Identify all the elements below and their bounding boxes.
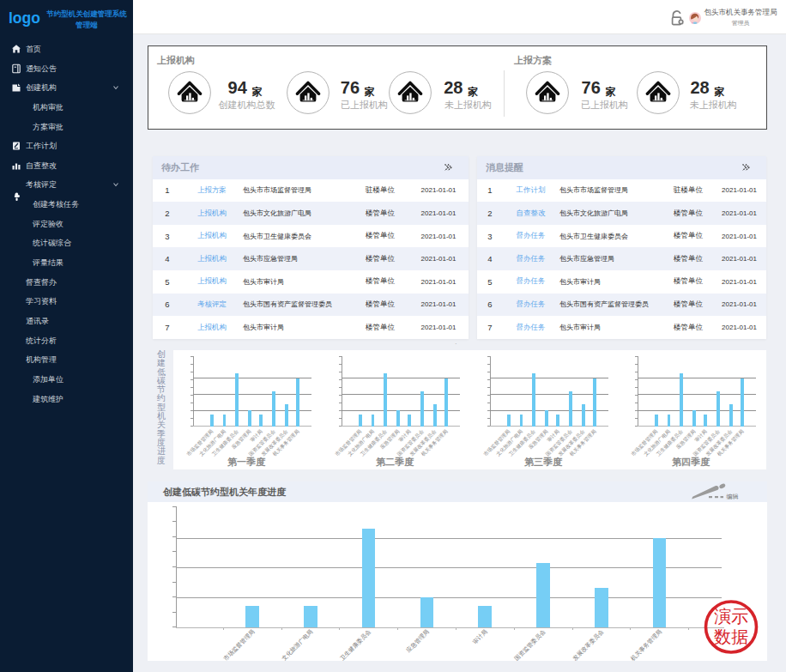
svg-text:审计局: 审计局 bbox=[472, 628, 489, 645]
svg-text:第一季度: 第一季度 bbox=[227, 457, 266, 467]
svg-text:文化旅游广电局: 文化旅游广电局 bbox=[281, 628, 314, 661]
svg-text:第四季度: 第四季度 bbox=[672, 457, 710, 467]
svg-text:国资监管委员会: 国资监管委员会 bbox=[513, 628, 547, 661]
svg-text:数据: 数据 bbox=[714, 627, 748, 646]
svg-text:市场监督管理局: 市场监督管理局 bbox=[222, 628, 256, 661]
svg-text:演示: 演示 bbox=[714, 607, 748, 626]
svg-text:编辑: 编辑 bbox=[727, 493, 739, 499]
svg-text:卫生健康委员会: 卫生健康委员会 bbox=[339, 628, 372, 661]
svg-text:发展改革委员会: 发展改革委员会 bbox=[571, 628, 605, 661]
svg-text:应急管理局: 应急管理局 bbox=[405, 628, 431, 654]
svg-text:机关事务管理局: 机关事务管理局 bbox=[630, 628, 663, 661]
svg-text:第三季度: 第三季度 bbox=[524, 457, 563, 467]
svg-text:第二季度: 第二季度 bbox=[376, 457, 414, 467]
